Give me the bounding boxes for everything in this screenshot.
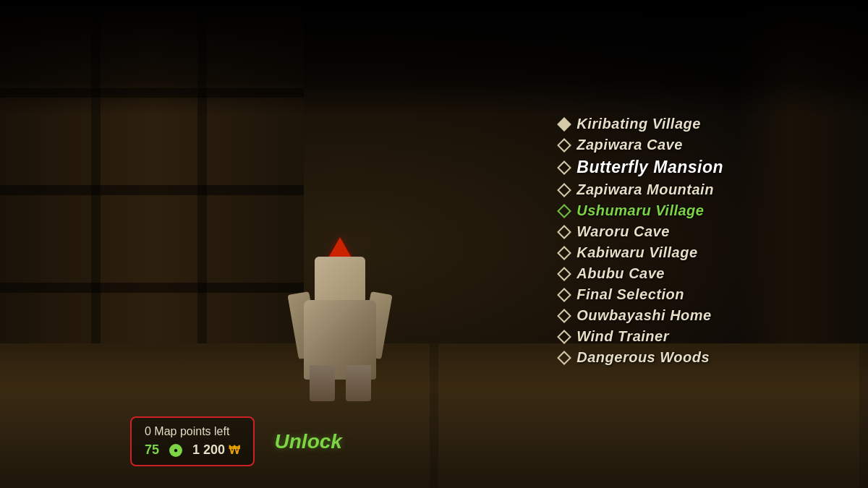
location-name-kiribating-village: Kiribating Village: [576, 116, 701, 132]
char-right-leg: [346, 365, 371, 401]
location-item-wind-trainer[interactable]: Wind Trainer: [559, 328, 723, 345]
location-diamond-kabiwaru-village: [557, 246, 571, 260]
location-name-ushumaru-village: Ushumaru Village: [576, 202, 704, 219]
location-diamond-butterfly-mansion: [557, 160, 571, 175]
location-name-ouwbayashi-home: Ouwbayashi Home: [576, 307, 711, 324]
location-name-final-selection: Final Selection: [576, 286, 684, 303]
location-name-dangerous-woods: Dangerous Woods: [576, 349, 710, 366]
location-menu: Kiribating VillageZapiwara CaveButterfly…: [559, 116, 723, 366]
location-name-zapiwara-mountain: Zapiwara Mountain: [576, 181, 714, 198]
currency-row: 75 ● 1 200 ₩: [145, 442, 240, 458]
ceiling: [0, 0, 868, 116]
location-diamond-waroru-cave: [557, 225, 571, 239]
map-points-label: 0 Map points left: [145, 425, 240, 438]
location-item-butterfly-mansion[interactable]: Butterfly Mansion: [559, 158, 723, 177]
location-diamond-ouwbayashi-home: [557, 309, 571, 323]
player-character: [260, 199, 420, 401]
location-name-zapiwara-cave: Zapiwara Cave: [576, 137, 683, 153]
bottom-hud: 0 Map points left 75 ● 1 200 ₩ Unlock: [130, 416, 348, 466]
location-diamond-zapiwara-cave: [557, 138, 571, 153]
location-item-abubu-cave[interactable]: Abubu Cave: [559, 265, 723, 282]
char-left-leg: [310, 365, 335, 401]
currency-green-icon: ●: [169, 444, 182, 457]
location-name-butterfly-mansion: Butterfly Mansion: [576, 158, 723, 177]
map-points-box: 0 Map points left 75 ● 1 200 ₩: [130, 416, 255, 466]
location-name-abubu-cave: Abubu Cave: [576, 265, 665, 282]
location-diamond-final-selection: [557, 288, 571, 302]
currency-coins-value: 1 200 ₩: [192, 442, 240, 458]
location-item-dangerous-woods[interactable]: Dangerous Woods: [559, 349, 723, 366]
location-name-wind-trainer: Wind Trainer: [576, 328, 669, 345]
location-item-kiribating-village[interactable]: Kiribating Village: [559, 116, 723, 132]
location-diamond-abubu-cave: [557, 267, 571, 281]
location-diamond-wind-trainer: [557, 330, 571, 344]
location-name-kabiwaru-village: Kabiwaru Village: [576, 244, 697, 261]
location-item-zapiwara-cave[interactable]: Zapiwara Cave: [559, 137, 723, 153]
location-item-ouwbayashi-home[interactable]: Ouwbayashi Home: [559, 307, 723, 324]
location-diamond-dangerous-woods: [557, 351, 571, 365]
location-diamond-zapiwara-mountain: [557, 183, 571, 197]
location-diamond-kiribating-village: [557, 117, 571, 132]
location-diamond-ushumaru-village: [557, 204, 571, 218]
floor: [0, 343, 868, 488]
location-item-kabiwaru-village[interactable]: Kabiwaru Village: [559, 244, 723, 261]
currency-green-value: 75: [145, 442, 159, 458]
location-item-zapiwara-mountain[interactable]: Zapiwara Mountain: [559, 181, 723, 198]
unlock-button[interactable]: Unlock: [269, 427, 348, 456]
location-item-ushumaru-village[interactable]: Ushumaru Village: [559, 202, 723, 219]
char-head: [315, 257, 365, 304]
location-item-waroru-cave[interactable]: Waroru Cave: [559, 223, 723, 240]
location-name-waroru-cave: Waroru Cave: [576, 223, 670, 240]
location-item-final-selection[interactable]: Final Selection: [559, 286, 723, 303]
